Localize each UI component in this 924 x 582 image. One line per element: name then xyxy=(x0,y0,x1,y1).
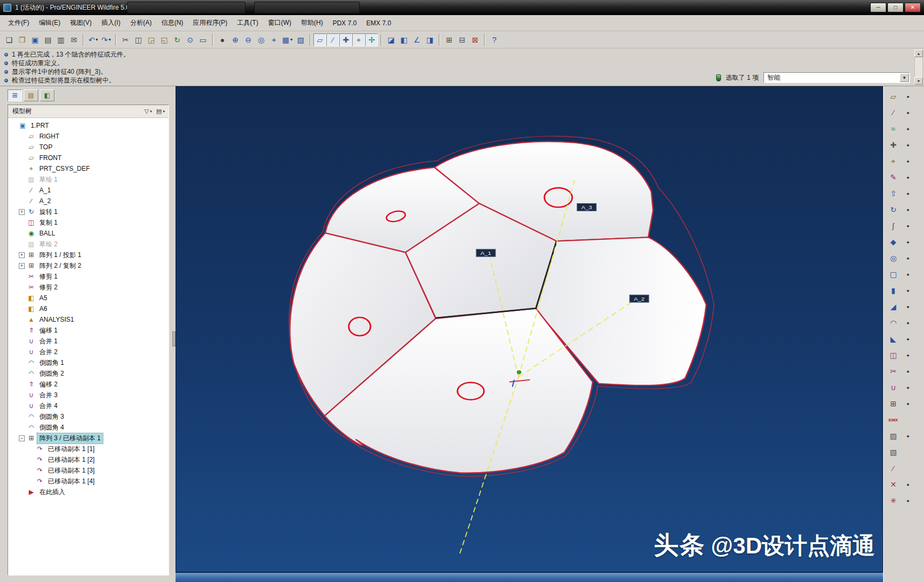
tree-item-label[interactable]: 倒圆角 2 xyxy=(37,369,66,379)
find-button[interactable]: ⊙ xyxy=(184,33,197,46)
tree-item-10[interactable]: ◫复制 1 xyxy=(9,217,167,228)
scroll-down-button[interactable]: ▼ xyxy=(914,77,923,85)
tree-item-29[interactable]: ◠倒圆角 4 xyxy=(9,422,167,433)
paste-special-button[interactable]: ◱ xyxy=(158,33,171,46)
rib-tool-button[interactable]: ▮ xyxy=(887,284,900,297)
chamfer-tool-button[interactable]: ◣ xyxy=(887,332,900,345)
tree-item-31[interactable]: ↷已移动副本 1 [1] xyxy=(9,444,167,454)
tree-expander[interactable]: + xyxy=(19,209,25,215)
activate-window-button[interactable]: ⊟ xyxy=(456,33,468,46)
save-button[interactable]: ▣ xyxy=(29,33,41,46)
tree-item-label[interactable]: 已移动副本 1 [4] xyxy=(46,476,97,487)
datum-point-tool-button[interactable]: ✚ xyxy=(887,138,900,151)
reorient-button[interactable]: ⌖ xyxy=(268,33,281,46)
menu-insert[interactable]: 插入(I) xyxy=(96,16,125,30)
datum-plane-tool-button[interactable]: ▱ xyxy=(887,90,900,103)
minimize-button[interactable]: ─ xyxy=(870,3,886,12)
tree-item-19[interactable]: ▲ANALYSIS1 xyxy=(9,314,167,325)
merge-tool-flyout-arrow[interactable]: ▸ xyxy=(904,385,913,390)
menu-tools[interactable]: 工具(T) xyxy=(232,16,263,30)
burst-tool-button[interactable]: ✳ xyxy=(887,494,900,507)
menu-window[interactable]: 窗口(W) xyxy=(263,16,296,30)
tree-item-11[interactable]: ◉BALL xyxy=(9,228,167,239)
tree-filters-button[interactable]: ▽▾ xyxy=(143,107,153,116)
scroll-up-button[interactable]: ▲ xyxy=(914,50,923,57)
tree-item-16[interactable]: ✂修剪 2 xyxy=(9,282,167,293)
hole-tool-flyout-arrow[interactable]: ▸ xyxy=(904,255,913,261)
round-tool-button[interactable]: ◠ xyxy=(887,316,900,329)
menu-analysis[interactable]: 分析(A) xyxy=(125,16,157,30)
tree-item-label[interactable]: 倒圆角 1 xyxy=(37,358,66,368)
tree-item-4[interactable]: ▱FRONT xyxy=(9,153,167,163)
tree-item-34[interactable]: ↷已移动副本 1 [4] xyxy=(9,476,167,487)
tree-item-label[interactable]: RIGHT xyxy=(37,132,61,141)
menu-pdx-7[interactable]: PDX 7.0 xyxy=(328,17,362,29)
background-window-1[interactable] xyxy=(127,2,246,13)
annotation-display-button[interactable]: ◪ xyxy=(384,33,397,46)
pattern-tool-button[interactable]: ⊞ xyxy=(887,397,900,410)
csys-tool-button[interactable]: ⌖ xyxy=(887,155,900,168)
hatch-tool-button[interactable]: ▨ xyxy=(887,429,900,442)
datum-axis-tool-flyout-arrow[interactable]: ▸ xyxy=(904,110,913,115)
csys-toggle-button[interactable]: ⌖ xyxy=(352,33,365,46)
shell-tool-flyout-arrow[interactable]: ▸ xyxy=(904,272,913,277)
csys-tool-flyout-arrow[interactable]: ▸ xyxy=(904,158,913,164)
menu-edit[interactable]: 编辑(E) xyxy=(34,16,65,30)
menu-file[interactable]: 文件(F) xyxy=(3,16,34,30)
panel-splitter[interactable] xyxy=(171,86,176,582)
tree-item-label[interactable]: 合并 1 xyxy=(37,336,60,347)
tree-item-label[interactable]: 1.PRT xyxy=(29,121,51,130)
tree-item-33[interactable]: ↷已移动副本 1 [3] xyxy=(9,465,167,476)
datum-planes-toggle-button[interactable]: ▱ xyxy=(313,33,326,46)
selection-filter-combo[interactable]: 智能 ▼ xyxy=(764,72,910,83)
tree-item-22[interactable]: ∪合并 2 xyxy=(9,347,167,357)
extrude-tool-flyout-arrow[interactable]: ▸ xyxy=(904,191,913,196)
tree-item-27[interactable]: ∪合并 4 xyxy=(9,400,167,411)
tree-item-label[interactable]: 倒圆角 3 xyxy=(37,412,66,422)
redo-button[interactable]: ↷▾ xyxy=(100,33,113,46)
maximize-button[interactable]: □ xyxy=(887,3,904,12)
chamfer-tool-flyout-arrow[interactable]: ▸ xyxy=(904,336,913,342)
hatch-tool-flyout-arrow[interactable]: ▸ xyxy=(904,433,913,439)
select-box-button[interactable]: ▭ xyxy=(197,33,209,46)
tree-item-label[interactable]: 已移动副本 1 [1] xyxy=(46,444,97,454)
paste-button[interactable]: ◲ xyxy=(145,33,158,46)
hole-tool-button[interactable]: ◎ xyxy=(887,252,900,265)
tree-item-label[interactable]: A6 xyxy=(37,304,50,313)
saved-views-dropdown-arrow-icon[interactable]: ▾ xyxy=(290,37,292,42)
sketch-tool-flyout-arrow[interactable]: ▸ xyxy=(904,175,913,180)
datum-curve-tool-button[interactable]: ≈ xyxy=(887,122,900,135)
draft-tool-button[interactable]: ◢ xyxy=(887,300,900,313)
tree-item-18[interactable]: ◧A6 xyxy=(9,303,167,314)
tree-item-9[interactable]: +↻旋转 1 xyxy=(9,206,167,217)
close-button[interactable]: ✕ xyxy=(905,3,921,12)
refit-button[interactable]: ◎ xyxy=(255,33,268,46)
tree-item-1[interactable]: ▣1.PRT xyxy=(9,120,167,131)
shaded-display-button[interactable]: ● xyxy=(216,33,229,46)
trim-tool-button[interactable]: ✂ xyxy=(887,365,900,378)
tree-item-label[interactable]: FRONT xyxy=(37,154,64,162)
tree-item-5[interactable]: ⌖PRT_CSYS_DEF xyxy=(9,163,167,174)
tree-item-32[interactable]: ↷已移动副本 1 [2] xyxy=(9,454,167,465)
regenerate-button[interactable]: ↻ xyxy=(171,33,184,46)
tree-item-label[interactable]: PRT_CSYS_DEF xyxy=(37,164,92,173)
datum-points-toggle-button[interactable]: ✚ xyxy=(339,33,352,46)
extrude-tool-button[interactable]: ⇧ xyxy=(887,187,900,200)
sketch-tool-button[interactable]: ✎ xyxy=(887,171,900,184)
tree-item-2[interactable]: ▱RIGHT xyxy=(9,131,167,142)
tree-item-25[interactable]: ⇑偏移 2 xyxy=(9,379,167,390)
surface-display-button[interactable]: ◨ xyxy=(423,33,436,46)
tree-item-label[interactable]: 草绘 1 xyxy=(37,175,60,185)
tree-expander[interactable]: − xyxy=(19,435,25,441)
tree-item-label[interactable]: 倒圆角 4 xyxy=(37,422,66,433)
tree-item-8[interactable]: ∕A_2 xyxy=(9,196,167,206)
line-style-tool-button[interactable]: ∕ xyxy=(887,462,900,475)
section-tool-button[interactable]: ▧ xyxy=(887,446,900,459)
send-mail-button[interactable]: ✉ xyxy=(67,33,80,46)
tree-item-6[interactable]: ▨草绘 1 xyxy=(9,174,167,185)
tree-item-24[interactable]: ◠倒圆角 2 xyxy=(9,368,167,379)
sweep-tool-flyout-arrow[interactable]: ▸ xyxy=(904,223,913,228)
tree-item-26[interactable]: ∪合并 3 xyxy=(9,390,167,400)
menu-view[interactable]: 视图(V) xyxy=(65,16,96,30)
graphics-viewport[interactable]: A_1 A_2 A_3 头条 @3D设计点滴通 xyxy=(176,86,883,572)
